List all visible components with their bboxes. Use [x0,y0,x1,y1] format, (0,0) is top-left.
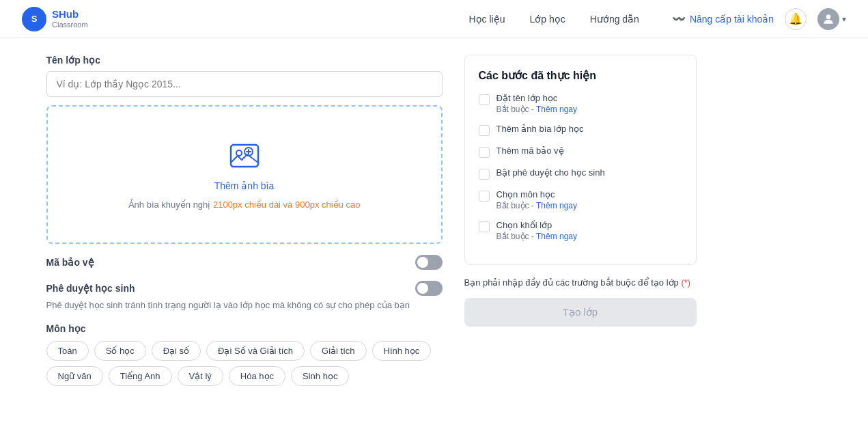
step-text: Đặt tên lớp họcBắt buộc - Thêm ngay [496,93,578,114]
step-text: Chọn môn họcBắt buộc - Thêm ngay [496,189,578,210]
step-item: Bật phê duyệt cho học sinh [479,167,682,180]
svg-rect-1 [231,145,258,167]
password-toggle[interactable] [415,255,443,270]
steps-list: Đặt tên lớp họcBắt buộc - Thêm ngayThêm … [479,93,682,241]
step-checkbox[interactable] [479,221,490,232]
subject-tag[interactable]: Tiếng Anh [109,366,172,386]
password-toggle-row: Mã bảo vệ [46,255,443,270]
subject-tag[interactable]: Đại Số và Giải tích [206,341,305,361]
step-text: Bật phê duyệt cho học sinh [496,167,605,178]
step-item: Chọn khối lớpBắt buộc - Thêm ngay [479,220,682,241]
step-text: Thêm mã bảo vệ [496,146,564,156]
chevron-down-icon: ▾ [842,14,846,24]
subject-tag[interactable]: Toán [46,341,89,361]
upload-hint-colored: 2100px chiều dài và 900px chiều cao [213,199,360,210]
subject-tag[interactable]: Ngữ văn [46,366,103,386]
left-panel: Tên lớp học Thêm ảnh bìa Ảnh bìa khuyến … [46,55,443,386]
main-content: Tên lớp học Thêm ảnh bìa Ảnh bìa khuyến … [25,38,844,402]
upgrade-button[interactable]: 〰️ Nâng cấp tài khoản [672,12,774,25]
step-text: Thêm ảnh bìa lớp học [496,124,584,134]
approval-toggle-row: Phê duyệt học sinh [46,281,443,296]
svg-point-2 [236,150,242,156]
add-cover-link[interactable]: Thêm ảnh bìa [214,180,275,191]
logo-area: S SHub Classroom [22,7,88,31]
subject-tag[interactable]: Hình học [372,341,432,361]
step-checkbox[interactable] [479,169,490,180]
class-name-input[interactable] [46,71,443,97]
nav-links: Học liệu Lớp học Hướng dẫn [469,14,639,25]
logo-icon: S [22,7,46,31]
logo-text: SHub Classroom [52,9,88,29]
step-main-text: Thêm ảnh bìa lớp học [496,124,584,134]
subject-tag[interactable]: Giải tích [310,341,366,361]
class-name-label: Tên lớp học [46,55,443,66]
approval-description: Phê duyệt học sinh tránh tình trạng ngườ… [46,299,443,312]
subject-tag[interactable]: Hóa học [229,366,285,386]
user-avatar-area[interactable]: ▾ [817,8,846,30]
upload-cover-area[interactable]: Thêm ảnh bìa Ảnh bìa khuyến nghị 2100px … [46,105,443,244]
right-panel: Các bước đã thực hiện Đặt tên lớp họcBắt… [464,55,697,386]
subject-section-label: Môn học [46,323,443,334]
step-add-link[interactable]: Thêm ngay [536,232,577,241]
step-main-text: Thêm mã bảo vệ [496,146,564,156]
subject-tag[interactable]: Sinh học [291,366,349,386]
step-sub-text: Bắt buộc - Thêm ngay [496,201,578,210]
step-sub-text: Bắt buộc - Thêm ngay [496,232,578,241]
step-checkbox[interactable] [479,94,490,105]
step-item: Chọn môn họcBắt buộc - Thêm ngay [479,189,682,210]
approval-toggle[interactable] [415,281,443,296]
subject-tag[interactable]: Vật lý [178,366,223,386]
step-checkbox[interactable] [479,125,490,136]
step-add-link[interactable]: Thêm ngay [536,105,577,114]
step-main-text: Đặt tên lớp học [496,93,578,103]
logo-subtitle: Classroom [52,20,88,29]
nav-lop-hoc[interactable]: Lớp học [530,14,565,25]
image-upload-icon [228,139,261,172]
approval-label: Phê duyệt học sinh [46,283,135,294]
step-main-text: Chọn môn học [496,189,578,199]
required-note: Bạn phải nhập đầy đủ các trường bắt buộc… [464,276,697,290]
steps-card: Các bước đã thực hiện Đặt tên lớp họcBắt… [464,55,697,265]
step-item: Đặt tên lớp họcBắt buộc - Thêm ngay [479,93,682,114]
create-class-button[interactable]: Tạo lớp [464,298,697,327]
upgrade-label: Nâng cấp tài khoản [690,14,774,25]
required-star: (*) [681,277,690,288]
subject-tag[interactable]: Đại số [152,341,201,361]
upload-hint: Ảnh bìa khuyến nghị 2100px chiều dài và … [128,199,361,210]
navbar: S SHub Classroom Học liệu Lớp học Hướng … [0,0,868,38]
notification-bell[interactable]: 🔔 [785,8,807,30]
password-label: Mã bảo vệ [46,257,94,268]
step-text: Chọn khối lớpBắt buộc - Thêm ngay [496,220,578,241]
subject-tag[interactable]: Số học [94,341,146,361]
step-sub-text: Bắt buộc - Thêm ngay [496,105,578,114]
nav-huong-dan[interactable]: Hướng dẫn [590,14,639,25]
step-main-text: Chọn khối lớp [496,220,578,230]
step-main-text: Bật phê duyệt cho học sinh [496,167,605,178]
avatar [817,8,839,30]
nav-hoc-lieu[interactable]: Học liệu [469,14,505,25]
logo-title: SHub [52,9,88,20]
upgrade-icon: 〰️ [672,12,686,25]
step-checkbox[interactable] [479,191,490,202]
step-checkbox[interactable] [479,147,490,158]
nav-right: 〰️ Nâng cấp tài khoản 🔔 ▾ [672,8,846,30]
step-add-link[interactable]: Thêm ngay [536,201,577,210]
steps-title: Các bước đã thực hiện [479,69,682,82]
step-item: Thêm ảnh bìa lớp học [479,124,682,136]
svg-point-0 [826,14,831,19]
subject-tags: ToánSố họcĐại sốĐại Số và Giải tíchGiải … [46,341,443,386]
step-item: Thêm mã bảo vệ [479,146,682,158]
